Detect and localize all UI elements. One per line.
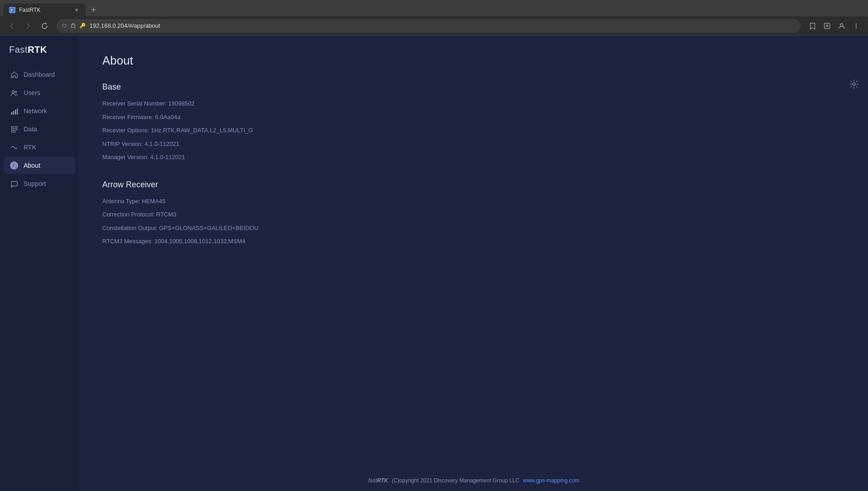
rtk-icon <box>10 143 18 151</box>
sidebar-navigation: Dashboard Users <box>0 66 79 192</box>
footer-brand-fast: fast <box>368 477 377 484</box>
main-content: About Base Receiver Serial Number: 19098… <box>80 35 868 491</box>
footer-copyright: (C)opyright 2021 Discovery Management Gr… <box>392 477 519 484</box>
svg-point-10 <box>15 91 17 93</box>
tab-title: FastRTK <box>19 7 40 13</box>
base-ntrip: NTRIP Version: 4.1.0-112021 <box>102 140 845 149</box>
svg-rect-17 <box>11 131 15 132</box>
menu-button[interactable] <box>850 20 863 32</box>
address-bar[interactable]: 🛡 🔑 192.168.0.204/#/app/about <box>56 19 801 33</box>
network-icon <box>10 107 18 115</box>
browser-chrome: F FastRTK ✕ + 🛡 <box>0 0 868 35</box>
svg-point-6 <box>856 23 857 24</box>
key-icon: 🔑 <box>80 23 86 29</box>
app-logo: FastRTK <box>0 35 79 66</box>
sidebar-item-about[interactable]: i About <box>4 157 75 174</box>
sidebar: FastRTK Dashboard <box>0 35 80 491</box>
svg-rect-14 <box>17 108 18 115</box>
home-icon <box>10 70 18 79</box>
sidebar-label-support: Support <box>24 180 46 187</box>
sidebar-item-rtk[interactable]: RTK <box>4 139 75 156</box>
toolbar-actions <box>806 20 863 32</box>
sidebar-item-users[interactable]: Users <box>4 84 75 101</box>
sidebar-item-dashboard[interactable]: Dashboard <box>4 66 75 83</box>
svg-text:i: i <box>14 164 15 168</box>
svg-rect-3 <box>824 23 830 29</box>
new-tab-button[interactable]: + <box>87 4 100 16</box>
sidebar-item-data[interactable]: Data <box>4 120 75 138</box>
svg-point-7 <box>856 25 857 26</box>
close-tab-button[interactable]: ✕ <box>73 6 80 14</box>
footer-brand: fastRTK <box>368 477 388 484</box>
page-title: About <box>102 54 845 68</box>
arrow-section: Arrow Receiver Antenna Type: HEMA45 Corr… <box>102 180 845 246</box>
svg-text:F: F <box>11 9 13 12</box>
base-heading: Base <box>102 82 845 92</box>
svg-point-4 <box>826 25 828 27</box>
logo-rtk: RTK <box>28 45 47 55</box>
info-icon: 🛡 <box>62 23 67 29</box>
arrow-constellation: Constellation Output: GPS+GLONASS+GALILE… <box>102 224 845 233</box>
sidebar-label-network: Network <box>24 107 47 115</box>
arrow-correction: Correction Protocol: RTCM3 <box>102 210 845 219</box>
base-firmware: Receiver Firmware: 6.0Aa04a <box>102 113 845 122</box>
data-icon <box>10 125 18 133</box>
sidebar-label-about: About <box>24 162 40 169</box>
svg-rect-13 <box>15 110 16 115</box>
base-options: Recevier Options: 1Hz,RTK,RAW_DATA,L2_L5… <box>102 126 845 135</box>
sidebar-item-support[interactable]: Support <box>4 175 75 192</box>
tab-bar: F FastRTK ✕ + <box>0 0 868 16</box>
arrow-heading: Arrow Receiver <box>102 180 845 190</box>
svg-point-8 <box>856 27 857 28</box>
users-icon <box>10 89 18 97</box>
bookmark-button[interactable] <box>806 20 819 32</box>
svg-point-9 <box>12 90 14 93</box>
svg-rect-12 <box>13 111 14 115</box>
about-icon: i <box>10 161 18 170</box>
svg-rect-2 <box>71 25 75 27</box>
svg-rect-15 <box>11 126 17 128</box>
svg-rect-11 <box>11 112 12 115</box>
address-text: 192.168.0.204/#/app/about <box>90 22 160 29</box>
refresh-button[interactable] <box>38 20 51 32</box>
svg-point-21 <box>853 83 855 85</box>
lock-icon <box>70 22 76 30</box>
arrow-rtcm3: RTCM3 Messages: 1004,1005,1008,1012,1033… <box>102 237 845 246</box>
tab-favicon: F <box>9 7 15 13</box>
sidebar-label-rtk: RTK <box>24 144 36 151</box>
app-footer: fastRTK (C)opyright 2021 Discovery Manag… <box>80 477 868 484</box>
arrow-antenna: Antenna Type: HEMA45 <box>102 197 845 206</box>
app-container: FastRTK Dashboard <box>0 35 868 491</box>
sidebar-label-dashboard: Dashboard <box>24 71 55 78</box>
base-section: Base Receiver Serial Number: 19098502 Re… <box>102 82 845 162</box>
footer-website-link[interactable]: www.gps-mapping.com <box>523 477 579 484</box>
sidebar-item-network[interactable]: Network <box>4 102 75 120</box>
forward-button[interactable] <box>22 20 35 32</box>
extensions-button[interactable] <box>821 20 833 32</box>
back-button[interactable] <box>5 20 18 32</box>
sidebar-label-users: Users <box>24 89 40 96</box>
svg-rect-16 <box>11 129 17 130</box>
settings-button[interactable] <box>849 79 859 91</box>
active-tab[interactable]: F FastRTK ✕ <box>4 4 85 16</box>
support-icon <box>10 180 18 188</box>
browser-toolbar: 🛡 🔑 192.168.0.204/#/app/about <box>0 16 868 35</box>
base-serial: Receiver Serial Number: 19098502 <box>102 99 845 108</box>
base-manager: Manager Version: 4.1.0-112021 <box>102 153 845 162</box>
svg-point-5 <box>840 24 843 26</box>
sidebar-label-data: Data <box>24 125 37 133</box>
footer-brand-rtk: RTK <box>377 477 388 484</box>
svg-rect-20 <box>11 181 17 186</box>
profile-button[interactable] <box>835 20 848 32</box>
logo-fast: Fast <box>9 45 28 55</box>
